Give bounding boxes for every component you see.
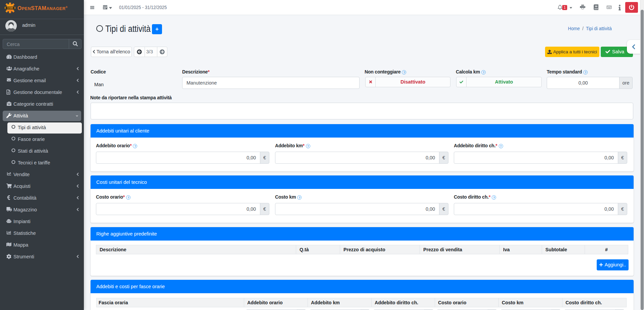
svg-text:OSM: OSM xyxy=(7,6,13,9)
